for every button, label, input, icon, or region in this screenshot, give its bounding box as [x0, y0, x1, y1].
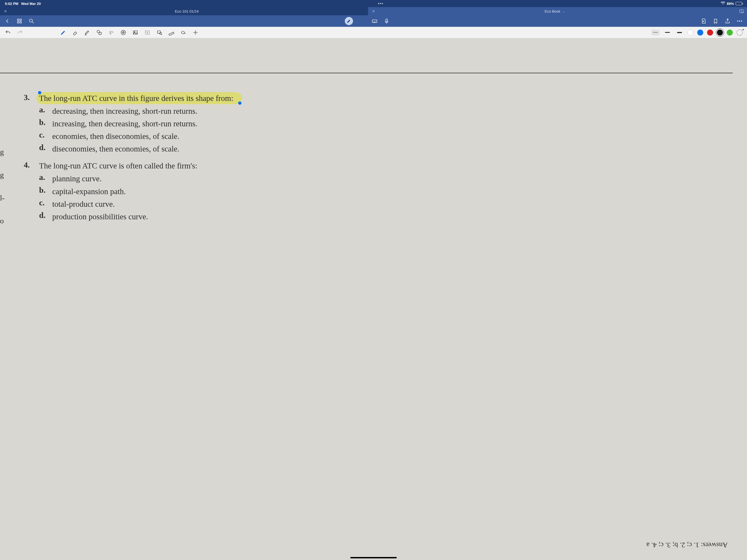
eraser-tool-icon[interactable] — [72, 29, 79, 36]
color-red[interactable] — [707, 29, 713, 35]
selection-handle-start[interactable] — [38, 91, 41, 94]
option-row[interactable]: c. economies, then diseconomies, of scal… — [24, 130, 730, 142]
status-bar: 5:02 PM Wed Mar 20 ••• 89% — [0, 0, 747, 7]
svg-rect-9 — [372, 20, 377, 22]
pen-tool-icon[interactable] — [60, 29, 67, 36]
ruler-tool-icon[interactable] — [168, 29, 175, 36]
option-row[interactable]: d. production possibilities curve. — [24, 211, 730, 222]
svg-rect-6 — [20, 22, 22, 23]
question-block-3: 3. The long-run ATC curve in this figure… — [24, 93, 730, 154]
color-picker-icon[interactable] — [737, 29, 743, 35]
selection-handle-end[interactable] — [238, 101, 241, 105]
color-blue[interactable] — [697, 29, 703, 35]
more-icon[interactable] — [736, 18, 743, 25]
undo-icon[interactable] — [4, 29, 11, 36]
tape-tool-icon[interactable] — [180, 29, 187, 36]
status-ellipsis[interactable]: ••• — [41, 1, 721, 6]
svg-rect-5 — [18, 22, 19, 23]
color-black[interactable] — [717, 29, 723, 35]
svg-rect-22 — [133, 31, 137, 34]
svg-rect-20 — [99, 32, 101, 34]
horizontal-rule — [0, 73, 733, 73]
option-row[interactable]: d. diseconomies, then economies, of scal… — [24, 143, 730, 154]
question-content: 3. The long-run ATC curve in this figure… — [24, 93, 730, 228]
svg-point-31 — [195, 32, 196, 33]
redo-icon[interactable] — [17, 29, 24, 36]
document-canvas[interactable]: g g l- o 3. The long-run ATC curve in th… — [0, 38, 747, 560]
svg-point-7 — [29, 19, 32, 22]
split-view-icon[interactable] — [736, 7, 747, 15]
search-icon[interactable] — [28, 18, 35, 25]
stroke-thick[interactable] — [675, 29, 684, 35]
zoom-tool-icon[interactable] — [156, 29, 163, 36]
svg-point-2 — [742, 12, 743, 13]
wifi-icon — [721, 2, 725, 6]
toolbar-draw: T — [0, 27, 747, 38]
status-date: Wed Mar 20 — [21, 2, 41, 6]
bookmark-icon[interactable] — [712, 18, 719, 25]
svg-rect-14 — [386, 19, 387, 22]
stroke-thin[interactable] — [651, 29, 660, 35]
option-row[interactable]: a. decreasing, then increasing, short-ru… — [24, 105, 730, 117]
status-time: 5:02 PM — [5, 2, 18, 6]
svg-line-28 — [161, 34, 162, 35]
close-icon[interactable]: ✕ — [4, 9, 7, 14]
svg-rect-29 — [169, 32, 174, 35]
svg-text:T: T — [147, 31, 148, 34]
image-tool-icon[interactable] — [132, 29, 139, 36]
option-row[interactable]: c. total-product curve. — [24, 198, 730, 210]
text-tool-icon[interactable]: T — [144, 29, 151, 36]
svg-point-27 — [160, 32, 162, 34]
highlighter-tool-icon[interactable] — [84, 29, 91, 36]
add-page-icon[interactable] — [700, 18, 707, 25]
back-icon[interactable] — [4, 18, 11, 25]
tabbar: ✕ Eco 101 01/24 ✕ Eco Book ⌄ — [0, 7, 747, 15]
toolbar-main — [0, 15, 747, 27]
question-text[interactable]: The long-run ATC curve in this figure de… — [39, 93, 730, 104]
close-icon[interactable]: ✕ — [372, 9, 375, 14]
laser-tool-icon[interactable] — [192, 29, 199, 36]
option-row[interactable]: b. increasing, then decreasing, short-ru… — [24, 118, 730, 129]
svg-rect-3 — [18, 19, 19, 21]
question-number: 4. — [24, 160, 39, 171]
draw-mode-icon[interactable] — [345, 17, 353, 25]
color-white[interactable] — [687, 29, 693, 35]
battery-icon — [736, 2, 742, 5]
question-text[interactable]: The long-run ATC curve is often called t… — [39, 160, 730, 171]
color-green[interactable] — [727, 29, 733, 35]
tab-label: Eco Book ⌄ — [377, 9, 732, 14]
tab-ecobook[interactable]: ✕ Eco Book ⌄ — [368, 7, 736, 15]
margin-text-fragments: g g l- o — [0, 148, 5, 239]
option-row[interactable]: a. planning curve. — [24, 173, 730, 184]
keyboard-icon[interactable] — [371, 18, 378, 25]
question-block-4: 4. The long-run ATC curve is often calle… — [24, 160, 730, 222]
shape-tool-icon[interactable] — [96, 29, 103, 36]
lasso-tool-icon[interactable] — [108, 29, 115, 36]
battery-percent: 89% — [727, 2, 734, 6]
stroke-medium[interactable] — [663, 29, 672, 35]
tab-label: Eco 101 01/24 — [9, 9, 364, 14]
chevron-down-icon[interactable]: ⌄ — [562, 10, 565, 13]
svg-line-8 — [32, 22, 34, 24]
home-indicator[interactable] — [350, 557, 397, 558]
grid-view-icon[interactable] — [16, 18, 23, 25]
tab-eco101[interactable]: ✕ Eco 101 01/24 — [0, 7, 368, 15]
option-row[interactable]: b. capital-expansion path. — [24, 186, 730, 197]
answers-upside-down: Answers: 1. c; 2. b; 3. c; 4. a — [646, 541, 728, 549]
svg-rect-4 — [20, 19, 22, 21]
favorites-tool-icon[interactable] — [120, 29, 127, 36]
share-icon[interactable] — [724, 18, 731, 25]
mic-icon[interactable] — [383, 18, 390, 25]
